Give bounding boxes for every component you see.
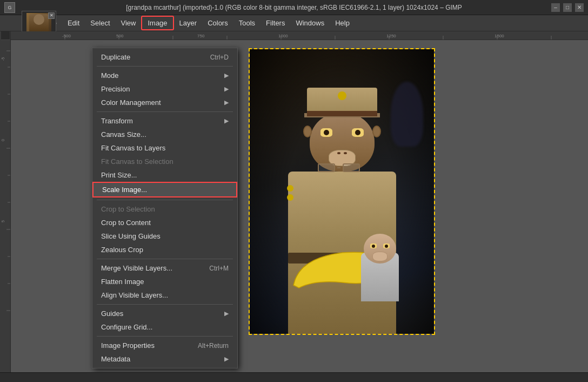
svg-rect-0 [0, 40, 10, 376]
separator-4 [97, 259, 233, 259]
submenu-arrow-precision: ▶ [224, 85, 229, 93]
submenu-arrow-guides: ▶ [224, 310, 229, 317]
menu-select[interactable]: Select [85, 17, 115, 29]
menu-item-flatten-image[interactable]: Flatten Image [92, 275, 237, 288]
menu-item-precision[interactable]: Precision ▶ [92, 82, 237, 96]
left-toolstrip: -5 0 5 [0, 31, 11, 382]
menu-item-transform[interactable]: Transform ▶ [92, 114, 237, 128]
main-area: -5 0 5 -500 500 750 1000 1250 1500 [0, 31, 588, 382]
eye-right [352, 128, 364, 137]
minimize-button[interactable]: – [551, 3, 560, 12]
separator-6 [97, 336, 233, 337]
baby-eye-left [370, 243, 377, 248]
submenu-arrow-metadata: ▶ [224, 355, 229, 363]
menu-item-merge-visible[interactable]: Merge Visible Layers... Ctrl+M [92, 261, 237, 275]
menu-item-fit-canvas-layers[interactable]: Fit Canvas to Layers [92, 141, 237, 155]
separator-1 [97, 66, 233, 67]
button2 [287, 194, 293, 201]
menu-item-metadata[interactable]: Metadata ▶ [92, 352, 237, 366]
head [310, 112, 375, 172]
menu-item-scale-image[interactable]: Scale Image... [92, 182, 237, 197]
nostrils [337, 152, 347, 154]
baby-pupil-right [385, 245, 388, 248]
baby-head [364, 234, 396, 264]
submenu-arrow-mode: ▶ [224, 72, 229, 79]
menu-item-slice-using-guides[interactable]: Slice Using Guides [92, 229, 237, 243]
menubar: ✕ File Edit Select View Image Layer Colo… [0, 15, 588, 31]
gimp-logo-area: G [4, 2, 15, 13]
baby-pupil-left [372, 245, 375, 248]
menu-colors[interactable]: Colors [202, 17, 233, 29]
statusbar [0, 372, 588, 382]
ruler-top: -500 500 750 1000 1250 1500 [11, 31, 588, 40]
shoulder-details-left [287, 185, 293, 201]
svg-text:0: 0 [1, 139, 5, 141]
separator-2 [97, 111, 233, 112]
menu-item-guides[interactable]: Guides ▶ [92, 307, 237, 320]
svg-text:5: 5 [1, 220, 5, 222]
button1 [287, 185, 293, 192]
pupil-left [324, 130, 329, 135]
ruler-corner [1, 31, 10, 40]
menu-item-color-management[interactable]: Color Management ▶ [92, 96, 237, 109]
pupil-right [355, 130, 360, 135]
ruler-left: -5 0 5 [0, 40, 10, 376]
close-button[interactable]: ✕ [575, 3, 584, 12]
ear-right [372, 126, 381, 137]
monkey-body [272, 107, 412, 334]
image-canvas [249, 48, 435, 335]
maximize-button[interactable]: □ [563, 3, 572, 12]
window-controls: – □ ✕ [551, 3, 584, 12]
svg-text:1000: 1000 [278, 34, 288, 38]
menu-image[interactable]: Image [141, 16, 173, 30]
svg-text:1500: 1500 [495, 34, 504, 38]
nostril-right [344, 152, 347, 154]
svg-text:500: 500 [116, 34, 124, 38]
menu-item-image-properties[interactable]: Image Properties Alt+Return [92, 339, 237, 352]
menu-layer[interactable]: Layer [174, 17, 203, 29]
separator-5 [97, 304, 233, 305]
lens-right [343, 163, 360, 172]
menu-view[interactable]: View [116, 17, 142, 29]
svg-text:1250: 1250 [386, 34, 396, 38]
submenu-arrow-color-management: ▶ [224, 99, 229, 106]
window-title: [grandpa mcarthur] (imported)-1.0 (RGB c… [37, 4, 551, 11]
hat-band [307, 111, 377, 116]
lens-left [318, 163, 335, 172]
glasses [318, 163, 366, 172]
baby-monkey [353, 231, 407, 301]
menu-item-print-size[interactable]: Print Size... [92, 168, 237, 182]
eye-left [320, 128, 332, 137]
thumbnail-close[interactable]: ✕ [48, 12, 55, 19]
menu-tools[interactable]: Tools [233, 17, 260, 29]
baby-muzzle [372, 252, 387, 261]
nostril-left [337, 152, 340, 154]
artwork [250, 49, 434, 334]
menu-item-configure-grid[interactable]: Configure Grid... [92, 320, 237, 334]
menu-item-crop-to-content[interactable]: Crop to Content [92, 216, 237, 229]
menu-filters[interactable]: Filters [260, 17, 290, 29]
svg-text:-500: -500 [62, 34, 71, 38]
nose-bridge [337, 167, 340, 168]
submenu-arrow-transform: ▶ [224, 117, 229, 124]
menu-item-canvas-size[interactable]: Canvas Size... [92, 128, 237, 141]
baby-eye-right [383, 243, 390, 248]
hat-badge [338, 91, 346, 100]
menu-help[interactable]: Help [330, 17, 355, 29]
svg-text:750: 750 [197, 34, 205, 38]
bg-figure [391, 82, 423, 147]
menu-item-crop-to-selection: Crop to Selection [92, 202, 237, 216]
menu-item-zealous-crop[interactable]: Zealous Crop [92, 243, 237, 256]
menu-item-fit-canvas-selection: Fit Canvas to Selection [92, 155, 237, 168]
menu-item-duplicate[interactable]: Duplicate Ctrl+D [92, 50, 237, 64]
titlebar: G [grandpa mcarthur] (imported)-1.0 (RGB… [0, 0, 588, 15]
menu-item-mode[interactable]: Mode ▶ [92, 69, 237, 82]
menu-item-align-visible[interactable]: Align Visible Layers... [92, 288, 237, 302]
separator-3 [97, 200, 233, 200]
ear-left [303, 126, 312, 137]
image-dropdown-menu: Duplicate Ctrl+D Mode ▶ Precision ▶ Colo… [92, 48, 238, 368]
svg-text:-5: -5 [1, 57, 5, 61]
menu-edit[interactable]: Edit [62, 17, 85, 29]
menu-windows[interactable]: Windows [290, 17, 330, 29]
